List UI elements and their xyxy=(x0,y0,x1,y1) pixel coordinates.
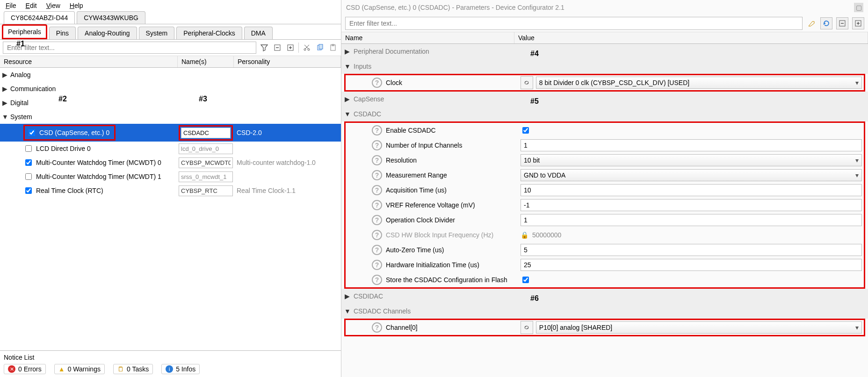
row-vref: ?VREF Reference Voltage (mV) xyxy=(346,198,864,213)
group-communication[interactable]: ▶Communication xyxy=(0,82,341,96)
close-button[interactable]: ▢ xyxy=(854,3,863,12)
resolution-select[interactable]: 10 bit▾ xyxy=(521,154,862,166)
copy-icon[interactable] xyxy=(315,43,325,53)
csd-name-input[interactable] xyxy=(181,128,231,138)
svg-line-8 xyxy=(304,45,308,49)
mcwdt0-checkbox[interactable] xyxy=(25,159,32,166)
help-icon[interactable]: ? xyxy=(372,125,382,135)
row-rtc[interactable]: Real Time Clock (RTC) Real Time Clock-1.… xyxy=(0,184,341,198)
notice-errors[interactable]: ✕0 Errors xyxy=(4,364,46,374)
num-channels-input[interactable] xyxy=(521,139,862,151)
collapse-all-button[interactable] xyxy=(836,17,848,29)
hw-init-input[interactable] xyxy=(521,259,862,271)
cut-icon[interactable] xyxy=(302,43,312,53)
help-icon[interactable]: ? xyxy=(372,170,382,180)
channel0-select[interactable]: P10[0] analog [SHARED]▾ xyxy=(536,321,862,334)
help-icon[interactable]: ? xyxy=(372,260,382,270)
lcd-name-input[interactable] xyxy=(179,143,233,154)
row-mcwdt1[interactable]: Multi-Counter Watchdog Timer (MCWDT) 1 xyxy=(0,170,341,184)
menu-edit[interactable]: Edit xyxy=(26,2,37,9)
notice-warnings[interactable]: ▲0 Warnings xyxy=(54,364,105,374)
lcd-personality xyxy=(234,148,341,149)
csd-checkbox[interactable] xyxy=(29,129,35,136)
menu-help[interactable]: Help xyxy=(70,2,83,9)
help-icon[interactable]: ? xyxy=(372,185,382,195)
csd-label: CSD (CapSense, etc.) 0 xyxy=(39,129,109,136)
group-capsense[interactable]: ▶CapSense#5 xyxy=(341,92,868,107)
tab-dma[interactable]: DMA xyxy=(244,27,273,39)
help-icon[interactable]: ? xyxy=(372,140,382,150)
refresh-button[interactable] xyxy=(820,17,832,29)
collapse-icon[interactable] xyxy=(272,43,282,53)
help-icon[interactable]: ? xyxy=(372,275,382,285)
paste-icon[interactable] xyxy=(328,43,338,53)
tab-peripheral-clocks[interactable]: Peripheral-Clocks xyxy=(176,27,242,39)
svg-point-5 xyxy=(304,49,306,50)
right-title-bar: CSD (CapSense, etc.) 0 (CSDADC) - Parame… xyxy=(341,0,868,15)
group-csdidac[interactable]: ▶CSDIDAC#6 xyxy=(341,289,868,304)
group-analog[interactable]: ▶Analog xyxy=(0,68,341,82)
help-icon[interactable]: ? xyxy=(372,230,382,240)
left-filter-input[interactable] xyxy=(3,42,256,54)
notice-tasks[interactable]: 🗒0 Tasks xyxy=(113,364,153,374)
row-lcd[interactable]: LCD Direct Drive 0 xyxy=(0,142,341,156)
tab-pins[interactable]: Pins xyxy=(49,27,76,39)
row-csd[interactable]: CSD (CapSense, etc.) 0 CSD-2.0 xyxy=(0,124,341,142)
tab-analog-routing[interactable]: Analog-Routing xyxy=(78,27,137,39)
group-channels[interactable]: ▼CSDADC Channels xyxy=(341,304,868,319)
expand-icon[interactable] xyxy=(285,43,296,53)
help-icon[interactable]: ? xyxy=(372,322,382,333)
clock-label: Clock xyxy=(386,79,402,86)
right-filter-input[interactable] xyxy=(345,17,803,30)
acq-time-input[interactable] xyxy=(521,184,862,196)
menu-view[interactable]: View xyxy=(46,2,60,9)
mcwdt1-name-input[interactable] xyxy=(179,171,233,182)
help-icon[interactable]: ? xyxy=(372,215,382,225)
store-flash-checkbox[interactable] xyxy=(522,277,529,283)
group-doc[interactable]: ▶Peripheral Documentation#4 xyxy=(341,44,868,59)
enable-csdadc-checkbox[interactable] xyxy=(522,127,529,134)
help-icon[interactable]: ? xyxy=(372,245,382,255)
vref-input[interactable] xyxy=(521,199,862,211)
row-mcwdt0[interactable]: Multi-Counter Watchdog Timer (MCWDT) 0 M… xyxy=(0,156,341,170)
link-icon[interactable] xyxy=(521,76,533,89)
group-system[interactable]: ▼System xyxy=(0,110,341,124)
tab-system[interactable]: System xyxy=(139,27,175,39)
group-digital[interactable]: ▶Digital #2 #3 xyxy=(0,96,341,110)
rtc-name-input[interactable] xyxy=(179,185,233,196)
tab-peripherals[interactable]: Peripherals #1 xyxy=(2,24,47,39)
help-icon[interactable]: ? xyxy=(372,155,382,165)
menu-file[interactable]: File xyxy=(6,2,16,9)
notice-infos[interactable]: i5 Infos xyxy=(161,364,200,374)
expand-all-button[interactable] xyxy=(852,17,864,29)
annotation-6: #6 xyxy=(530,294,539,303)
row-channel0: ?Channel[0] P10[0] analog [SHARED]▾ xyxy=(346,320,864,335)
svg-point-6 xyxy=(308,49,310,50)
row-autozero: ?Auto-Zero Time (us) xyxy=(346,242,864,257)
svg-line-7 xyxy=(305,45,309,49)
annotation-2: #2 xyxy=(58,95,67,103)
device-tab-0[interactable]: CY8C624ABZI-D44 xyxy=(4,11,75,24)
tree-header: Resource Name(s) Personality xyxy=(0,56,341,68)
rtc-checkbox[interactable] xyxy=(25,187,32,194)
annotation-1: #1 xyxy=(16,40,25,48)
group-inputs[interactable]: ▼Inputs xyxy=(341,59,868,74)
clk-div-input[interactable] xyxy=(521,214,862,226)
device-tab-1[interactable]: CYW4343WKUBG xyxy=(77,11,145,24)
clock-select[interactable]: 8 bit Divider 0 clk (CYBSP_CSD_CLK_DIV) … xyxy=(536,77,862,89)
autozero-input[interactable] xyxy=(521,244,862,256)
mcwdt1-checkbox[interactable] xyxy=(25,173,32,180)
help-icon[interactable]: ? xyxy=(372,78,382,88)
link-icon[interactable] xyxy=(521,321,533,334)
header-names: Name(s) xyxy=(178,56,234,67)
rtc-label: Real Time Clock (RTC) xyxy=(36,187,103,194)
funnel-icon[interactable] xyxy=(259,43,269,53)
help-icon[interactable]: ? xyxy=(372,200,382,210)
mcwdt0-name-input[interactable] xyxy=(179,157,233,168)
lcd-checkbox[interactable] xyxy=(25,145,32,152)
meas-range-select[interactable]: GND to VDDA▾ xyxy=(521,169,862,181)
hw-freq-value: 50000000 xyxy=(532,231,561,239)
group-csdadc[interactable]: ▼CSDADC xyxy=(341,107,868,121)
toolbar-separator xyxy=(298,43,299,53)
clear-filter-icon[interactable] xyxy=(806,18,817,28)
